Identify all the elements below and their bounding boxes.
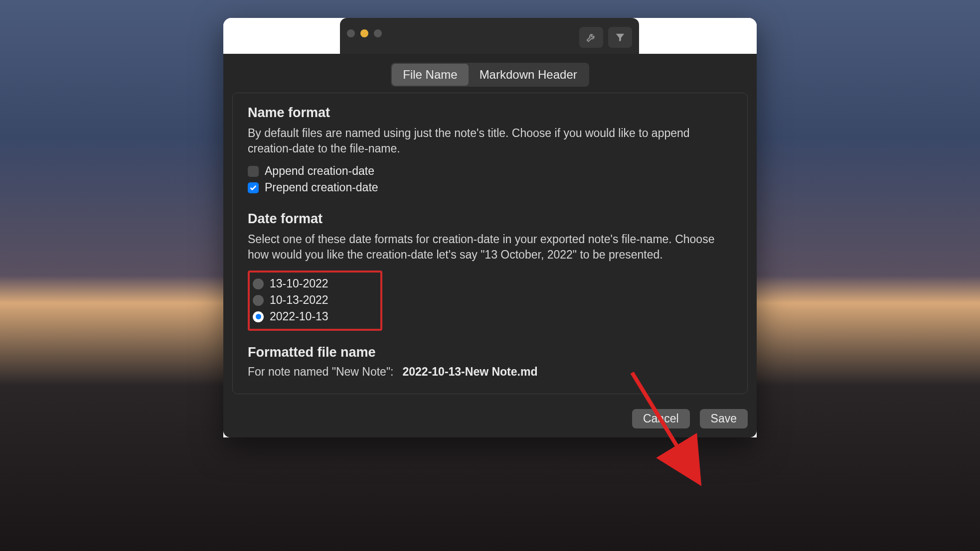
date-format-option-1[interactable]: 10-13-2022 [253, 292, 375, 308]
content-box: Name format By default files are named u… [232, 93, 748, 394]
tab-group: File Name Markdown Header [232, 63, 748, 87]
date-format-description: Select one of these date formats for cre… [248, 232, 732, 263]
radio-2-label: 2022-10-13 [270, 310, 328, 323]
cancel-button[interactable]: Cancel [632, 409, 690, 428]
close-icon[interactable] [347, 29, 355, 37]
prepend-creation-date-row[interactable]: Prepend creation-date [248, 181, 732, 194]
filter-button[interactable] [608, 27, 632, 48]
radio-1-label: 10-13-2022 [270, 293, 328, 307]
radio-1[interactable] [253, 295, 264, 306]
maximize-icon[interactable] [374, 29, 382, 37]
radio-2[interactable] [253, 311, 264, 322]
settings-dialog: File Name Markdown Header Name format By… [223, 54, 757, 437]
append-label: Append creation-date [265, 164, 374, 178]
button-row: Cancel Save [232, 409, 748, 428]
minimize-icon[interactable] [360, 29, 368, 37]
formatted-heading: Formatted file name [248, 345, 732, 360]
tab-file-name[interactable]: File Name [392, 64, 468, 86]
traffic-lights [347, 29, 382, 37]
date-format-heading: Date format [248, 211, 732, 227]
app-window: File Name Markdown Header Name format By… [223, 18, 757, 437]
name-format-description: By default files are named using just th… [248, 126, 732, 156]
parent-window-chrome [223, 18, 757, 54]
formatted-value: 2022-10-13-New Note.md [402, 365, 537, 379]
window-titlebar [340, 18, 639, 54]
wrench-icon [586, 32, 597, 43]
append-checkbox[interactable] [248, 166, 259, 177]
radio-0-label: 13-10-2022 [270, 277, 328, 290]
toolbar [579, 27, 632, 48]
date-format-radio-group: 13-10-2022 10-13-2022 2022-10-13 [248, 271, 382, 331]
tab-markdown-header[interactable]: Markdown Header [469, 64, 588, 86]
funnel-icon [615, 32, 626, 43]
append-creation-date-row[interactable]: Append creation-date [248, 164, 732, 178]
prepend-label: Prepend creation-date [265, 181, 378, 194]
prepend-checkbox[interactable] [248, 182, 259, 193]
wrench-button[interactable] [579, 27, 603, 48]
date-format-option-2[interactable]: 2022-10-13 [253, 308, 375, 325]
formatted-line: For note named "New Note": 2022-10-13-Ne… [248, 365, 732, 379]
name-format-heading: Name format [248, 105, 732, 121]
radio-0[interactable] [253, 278, 264, 289]
formatted-label: For note named "New Note": [248, 365, 393, 379]
date-format-option-0[interactable]: 13-10-2022 [253, 276, 375, 292]
save-button[interactable]: Save [700, 409, 748, 428]
